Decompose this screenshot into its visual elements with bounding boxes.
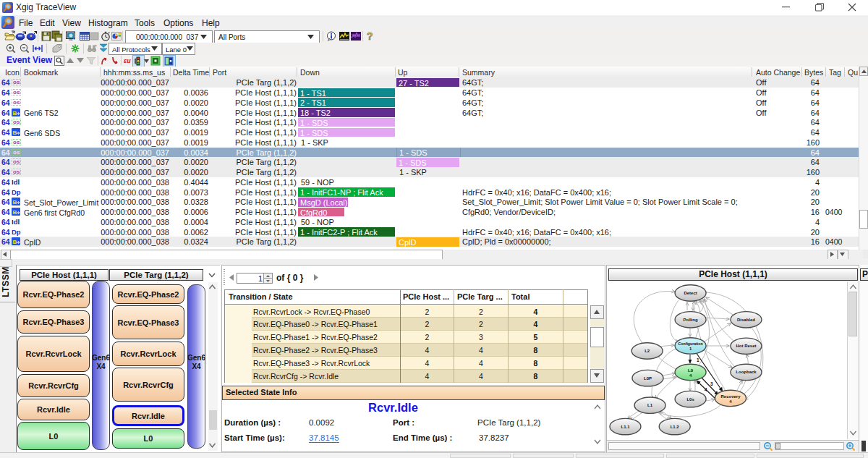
svg-text:L0s: L0s xyxy=(686,397,694,402)
svg-text:Recovery: Recovery xyxy=(720,394,741,399)
svg-text:B: B xyxy=(13,199,17,205)
svg-text:?: ? xyxy=(367,30,373,42)
svg-text:Disabled: Disabled xyxy=(737,318,755,322)
svg-text:B: B xyxy=(13,130,17,136)
svg-text:1: 1 xyxy=(697,357,699,362)
svg-text:L0P: L0P xyxy=(644,376,652,381)
svg-text:B: B xyxy=(13,109,17,116)
svg-text:L2: L2 xyxy=(644,349,650,353)
svg-text:L1.1: L1.1 xyxy=(621,425,630,429)
svg-text:Loopback: Loopback xyxy=(736,370,757,374)
svg-text:B: B xyxy=(13,239,17,245)
svg-text:B: B xyxy=(13,209,17,216)
svg-text:Hot Reset: Hot Reset xyxy=(736,344,756,348)
svg-text:4: 4 xyxy=(705,387,707,392)
svg-text:Detect: Detect xyxy=(684,291,697,295)
svg-text:Configuration: Configuration xyxy=(678,342,703,346)
svg-text:L1: L1 xyxy=(647,403,653,407)
svg-text:3: 3 xyxy=(710,381,713,386)
svg-text:Polling: Polling xyxy=(684,318,698,322)
svg-text:L1.2: L1.2 xyxy=(671,425,680,429)
svg-text:L0: L0 xyxy=(688,368,694,373)
